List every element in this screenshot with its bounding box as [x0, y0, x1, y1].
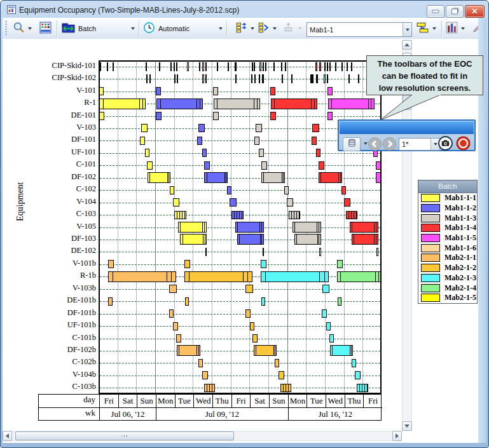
minimize-button[interactable]: [427, 5, 444, 18]
legend-label: Mab1-1-5: [444, 233, 476, 243]
restore-button[interactable]: [446, 5, 464, 18]
annotation-callout: The toolbars of the EOC can be floated t…: [366, 55, 483, 95]
batch-select-combobox[interactable]: Mab1-1: [306, 22, 412, 37]
legend-label: Mab1-1-1: [444, 193, 476, 203]
camera-icon: [438, 136, 453, 151]
expand-rows-dropdown-arrow-icon[interactable]: [251, 27, 254, 30]
floating-toolbar: 1*: [338, 119, 476, 151]
legend-entry[interactable]: Mab1-1-4: [418, 223, 477, 233]
expand-down-icon: [235, 22, 247, 36]
align-disabled-icon: [283, 22, 295, 36]
database-button[interactable]: [343, 137, 361, 151]
automatic-mode-dropdown[interactable]: Automatic: [142, 21, 226, 36]
legend-entry[interactable]: Mab1-1-6: [418, 243, 477, 253]
legend-label: Mab2-1-2: [444, 263, 476, 273]
toolbar-separator: [139, 21, 139, 36]
legend-entry[interactable]: Mab2-1-4: [418, 283, 477, 293]
zoom-magnifier-icon: [13, 22, 25, 36]
legend-label: Mab2-1-4: [444, 283, 476, 293]
toolbar-grip-handle[interactable]: [5, 21, 7, 36]
scroll-up-button[interactable]: [402, 40, 412, 50]
callout-line: low resolution screens.: [367, 82, 483, 94]
align-button-disabled: [282, 21, 305, 36]
triangle-left-icon: [6, 433, 9, 438]
triangle-down-icon: [404, 424, 410, 428]
forward-button[interactable]: [383, 137, 396, 151]
legend-swatch: [421, 194, 440, 202]
legend-label: Mab2-1-5: [444, 293, 476, 302]
scroll-down-button[interactable]: [402, 421, 412, 431]
forward-arrow-icon: [383, 138, 396, 150]
legend-entry[interactable]: Mab2-1-3: [418, 273, 477, 283]
chart-type-button[interactable]: [444, 21, 468, 36]
callout-tail: [375, 95, 445, 121]
legend-swatch: [421, 214, 440, 222]
floating-toolbar-titlebar[interactable]: [340, 121, 474, 134]
legend-body: Mab1-1-1Mab1-1-2Mab1-1-3Mab1-1-4Mab1-1-5…: [418, 193, 477, 303]
snapshot-button[interactable]: [438, 136, 453, 151]
automatic-dropdown-arrow-icon[interactable]: [219, 27, 223, 30]
legend-swatch: [421, 204, 440, 212]
expand-right-icon: [258, 22, 270, 36]
legend-label: Mab1-1-6: [444, 243, 476, 253]
legend-label: Mab1-1-3: [444, 214, 476, 223]
database-dropdown-arrow-icon[interactable]: [364, 142, 368, 145]
window-title: Equipment Occupancy (Two-Simple-MAB-Line…: [19, 4, 239, 17]
database-icon: [347, 138, 357, 151]
scroll-right-button[interactable]: [392, 431, 402, 441]
back-arrow-icon: [369, 138, 381, 150]
record-button[interactable]: [456, 136, 471, 151]
gantt-link-button[interactable]: [415, 21, 439, 36]
callout-line: The toolbars of the EOC: [367, 58, 483, 70]
back-button[interactable]: [368, 137, 382, 151]
legend-swatch: [421, 294, 440, 302]
legend-entry[interactable]: Mab2-1-2: [418, 263, 477, 273]
chevron-down-icon: [434, 143, 437, 146]
batch-dropdown-arrow-icon[interactable]: [131, 27, 135, 30]
page-combobox[interactable]: 1*: [399, 138, 440, 151]
automatic-mode-label: Automatic: [156, 25, 191, 32]
callout-line: can be floated to fit in: [367, 70, 483, 82]
scroll-left-button[interactable]: [3, 431, 12, 441]
legend-entry[interactable]: Mab1-1-2: [418, 203, 477, 214]
y-axis-title: Equipment: [15, 208, 25, 221]
legend-label: Mab1-1-4: [444, 223, 476, 233]
legend-entry[interactable]: Mab1-1-1: [418, 193, 477, 203]
eoc-grid-icon: [39, 22, 52, 36]
horizontal-scrollbar-thumb[interactable]: [15, 431, 234, 440]
batch-mode-label: Batch: [76, 25, 98, 32]
batch-select-dropdown-button[interactable]: [403, 23, 411, 36]
legend-swatch: [421, 254, 440, 262]
legend-entry[interactable]: Mab2-1-1: [418, 253, 477, 263]
legend-swatch: [421, 264, 440, 272]
legend-entry[interactable]: Mab1-1-5: [418, 233, 477, 243]
close-button[interactable]: ✕: [465, 5, 485, 18]
legend-label: Mab2-1-1: [444, 253, 476, 262]
bar-chart-icon: [446, 22, 458, 36]
legend-swatch: [421, 234, 440, 242]
record-icon: [456, 136, 471, 151]
expand-rows-button[interactable]: [234, 21, 258, 36]
collapse-rows-button[interactable]: [256, 21, 280, 36]
gantt-link-icon: [416, 22, 429, 36]
legend-swatch: [421, 244, 440, 252]
legend-label: Mab1-1-2: [444, 203, 476, 213]
page-value: 1*: [399, 140, 430, 148]
minimize-icon: [432, 10, 439, 13]
legend-entry[interactable]: Mab1-1-3: [418, 213, 477, 223]
triangle-up-icon: [404, 43, 410, 46]
batch-mode-dropdown[interactable]: Batch: [60, 21, 138, 36]
app-icon: [7, 5, 16, 14]
legend-label: Mab2-1-3: [444, 273, 476, 283]
chevron-down-icon: [406, 29, 410, 31]
zoom-button[interactable]: [11, 21, 35, 36]
eoc-settings-button[interactable]: [38, 21, 53, 36]
gantt-link-dropdown-arrow-icon[interactable]: [432, 27, 436, 30]
collapse-rows-dropdown-arrow-icon[interactable]: [273, 27, 277, 30]
align-dropdown-arrow-icon: [298, 27, 302, 30]
legend-swatch: [421, 284, 440, 292]
chart-type-dropdown-arrow-icon[interactable]: [461, 27, 465, 30]
zoom-dropdown-arrow-icon[interactable]: [28, 27, 32, 30]
close-icon: ✕: [471, 8, 478, 15]
legend-entry[interactable]: Mab2-1-5: [418, 293, 477, 303]
